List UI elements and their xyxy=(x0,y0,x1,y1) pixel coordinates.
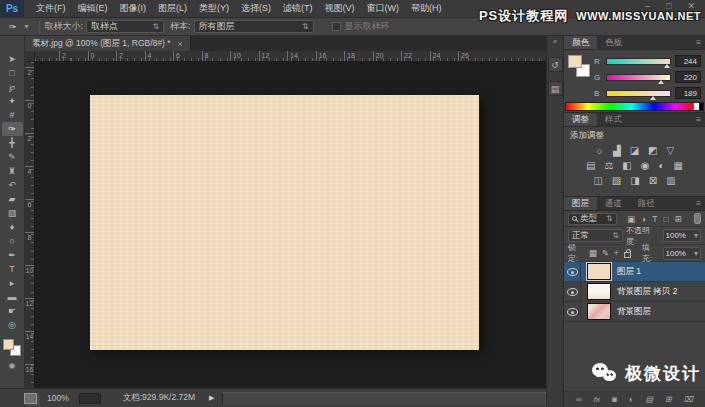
zoom-level-field[interactable]: 100% xyxy=(47,393,69,403)
eyedropper-tool[interactable]: ✑ xyxy=(2,122,23,136)
layer-mask-icon[interactable]: ◙ xyxy=(612,395,617,404)
crop-tool[interactable]: # xyxy=(2,108,23,122)
menu-item[interactable]: 图像(I) xyxy=(114,3,153,13)
color-swatches[interactable] xyxy=(3,339,21,356)
filter-smart-objects-icon[interactable]: ⊞ xyxy=(675,214,682,224)
posterize-icon[interactable]: ▨ xyxy=(612,175,621,186)
eye-icon[interactable] xyxy=(567,308,578,316)
lock-all-icon[interactable] xyxy=(624,252,631,258)
tab-color[interactable]: 颜色 xyxy=(564,36,597,49)
clone-stamp-tool[interactable]: ♜ xyxy=(2,164,23,178)
menu-item[interactable]: 图层(L) xyxy=(152,3,193,13)
lock-pixels-icon[interactable]: ✎ xyxy=(602,248,609,258)
black-white-icon[interactable]: ◧ xyxy=(622,160,631,171)
tab-channels[interactable]: 通道 xyxy=(597,197,630,210)
panel-menu-icon[interactable]: ≡ xyxy=(696,115,701,124)
marquee-tool[interactable]: □ xyxy=(2,66,23,80)
layer-row-background[interactable]: 背景图层 xyxy=(564,302,705,322)
green-value-field[interactable]: 220 xyxy=(675,71,701,83)
lasso-tool[interactable]: ℘ xyxy=(2,80,23,94)
eraser-tool[interactable]: ▰ xyxy=(2,192,23,206)
properties-panel-button[interactable]: ▤ xyxy=(548,81,563,96)
menu-item[interactable]: 帮助(H) xyxy=(405,3,448,13)
menu-item[interactable]: 编辑(E) xyxy=(72,3,114,13)
quick-mask-button[interactable]: ◉ xyxy=(9,361,16,370)
quick-selection-tool[interactable]: ✦ xyxy=(2,94,23,108)
slider-thumb[interactable] xyxy=(650,96,656,100)
zoom-tool[interactable]: ◎ xyxy=(2,318,23,332)
horizontal-scrollbar[interactable] xyxy=(222,392,546,405)
blur-tool[interactable]: ♦ xyxy=(2,220,23,234)
color-balance-icon[interactable]: ⚖ xyxy=(604,160,613,171)
path-selection-tool[interactable]: ▸ xyxy=(2,276,23,290)
layer-thumbnail[interactable] xyxy=(587,303,611,320)
tab-swatches[interactable]: 色板 xyxy=(597,36,630,49)
threshold-icon[interactable]: ◨ xyxy=(630,175,639,186)
filter-pixel-layers-icon[interactable]: ▣ xyxy=(627,214,635,224)
filter-kind-dropdown[interactable]: 类型 ⇅ xyxy=(568,213,617,225)
pen-tool[interactable]: ✒ xyxy=(2,248,23,262)
fill-field[interactable]: 100% ▾ xyxy=(663,247,701,260)
type-tool[interactable]: T xyxy=(2,262,23,276)
lock-transparency-icon[interactable]: ▦ xyxy=(589,248,597,258)
brush-tool[interactable]: ✎ xyxy=(2,150,23,164)
panel-menu-icon[interactable]: ≡ xyxy=(696,38,701,47)
slider-thumb[interactable] xyxy=(664,64,670,68)
sample-size-dropdown[interactable]: 取样点 ⇅ xyxy=(86,20,164,33)
move-tool[interactable]: ➤ xyxy=(2,52,23,66)
adjustment-layer-icon[interactable]: ◐ xyxy=(629,395,634,404)
color-swatches[interactable] xyxy=(568,55,590,77)
blue-slider[interactable] xyxy=(606,90,671,97)
delete-layer-icon[interactable]: ⌧ xyxy=(684,395,693,404)
gradient-tool[interactable]: ▧ xyxy=(2,206,23,220)
layer-row-background-copy2[interactable]: 背景图层 拷贝 2 xyxy=(564,282,705,302)
color-spectrum-ramp[interactable] xyxy=(565,102,704,111)
vibrance-icon[interactable]: ▽ xyxy=(667,145,675,156)
gradient-map-icon[interactable]: ⊠ xyxy=(649,175,657,186)
tab-paths[interactable]: 路径 xyxy=(630,197,663,210)
blue-value-field[interactable]: 189 xyxy=(675,87,701,99)
foreground-color-swatch[interactable] xyxy=(3,339,14,350)
tab-layers[interactable]: 图层 xyxy=(564,197,597,210)
curves-icon[interactable]: ◪ xyxy=(630,145,639,156)
history-panel-button[interactable]: ↺ xyxy=(548,57,563,72)
filter-type-layers-icon[interactable]: T xyxy=(652,214,657,224)
document-canvas[interactable] xyxy=(90,95,479,350)
selective-color-icon[interactable]: ▥ xyxy=(666,175,675,186)
photo-filter-icon[interactable]: ◉ xyxy=(641,160,650,171)
hand-tool[interactable]: ☛ xyxy=(2,304,23,318)
hue-saturation-icon[interactable]: ▤ xyxy=(586,160,595,171)
healing-brush-tool[interactable]: ╋ xyxy=(2,136,23,150)
color-lookup-icon[interactable]: ▦ xyxy=(674,160,683,171)
exposure-icon[interactable]: ◩ xyxy=(648,145,657,156)
layer-thumbnail[interactable] xyxy=(587,283,611,300)
history-brush-tool[interactable]: ↶ xyxy=(2,178,23,192)
foreground-color-swatch[interactable] xyxy=(568,55,582,68)
brightness-contrast-icon[interactable]: ☼ xyxy=(595,145,604,156)
menu-item[interactable]: 滤镜(T) xyxy=(277,3,319,13)
layer-thumbnail[interactable] xyxy=(587,263,611,280)
tab-adjustments[interactable]: 调整 xyxy=(564,113,597,126)
opacity-field[interactable]: 100% ▾ xyxy=(663,229,701,242)
red-slider[interactable] xyxy=(606,58,671,65)
link-layers-icon[interactable]: ∞ xyxy=(576,395,582,404)
shape-tool[interactable]: ▬ xyxy=(2,290,23,304)
expand-panels-icon[interactable]: « xyxy=(553,36,557,48)
levels-icon[interactable]: ▟ xyxy=(613,145,621,156)
eye-icon[interactable] xyxy=(567,288,578,296)
green-slider[interactable] xyxy=(606,74,671,81)
layer-row-layer1[interactable]: 图层 1 xyxy=(564,262,705,282)
menu-item[interactable]: 窗口(W) xyxy=(361,3,406,13)
tab-close-icon[interactable]: × xyxy=(178,39,183,49)
channel-mixer-icon[interactable]: ◐ xyxy=(659,160,665,171)
invert-icon[interactable]: ◫ xyxy=(593,175,602,186)
tab-styles[interactable]: 样式 xyxy=(597,113,630,126)
dodge-tool[interactable]: ○ xyxy=(2,234,23,248)
status-expand-arrow-icon[interactable]: ▶ xyxy=(209,394,214,402)
lock-position-icon[interactable]: + xyxy=(614,248,619,258)
slider-thumb[interactable] xyxy=(658,80,664,84)
layer-style-icon[interactable]: fx xyxy=(594,395,600,404)
eye-icon[interactable] xyxy=(567,268,578,276)
menu-item[interactable]: 视图(V) xyxy=(319,3,361,13)
red-value-field[interactable]: 244 xyxy=(675,55,701,67)
